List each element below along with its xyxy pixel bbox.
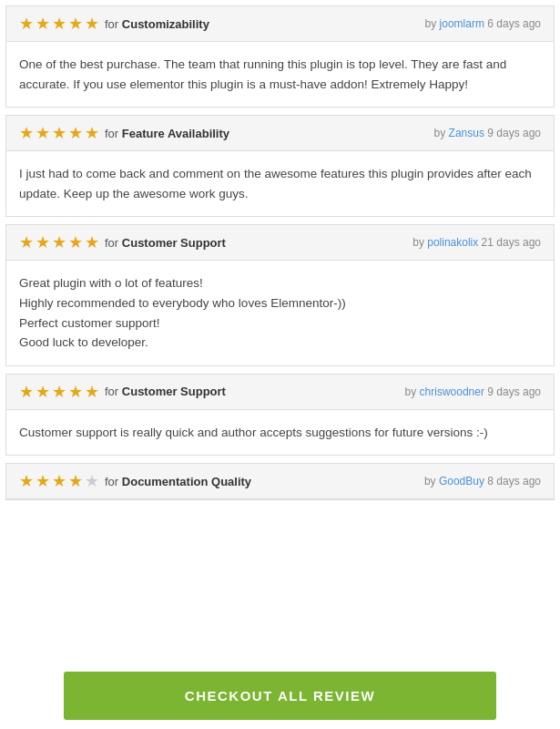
star-icon-5-1: ★: [19, 473, 34, 489]
review-header-5: ★★★★★for Documentation Qualityby GoodBuy…: [6, 464, 554, 499]
review-author-link-2[interactable]: Zansus: [449, 127, 484, 139]
review-author-link-1[interactable]: joomlarm: [440, 17, 484, 30]
review-header-1: ★★★★★for Customizabilityby joomlarm 6 da…: [6, 6, 554, 42]
review-card-2: ★★★★★for Feature Availabilityby Zansus 9…: [5, 115, 555, 217]
star-icon-1-5: ★: [85, 15, 99, 32]
star-icon-3-4: ★: [68, 234, 83, 251]
review-meta-5: by GoodBuy 8 days ago: [424, 475, 541, 488]
star-icon-2-4: ★: [68, 125, 83, 141]
review-body-1: One of the best purchase. The team that …: [6, 42, 554, 107]
star-icon-5-4: ★: [68, 473, 83, 489]
checkout-btn-wrapper: CHECKOUT ALL REVIEW: [0, 662, 560, 729]
review-body-3: Great plugin with o lot of features!High…: [6, 261, 554, 364]
review-for-label-5: for Documentation Quality: [105, 475, 251, 488]
review-meta-1: by joomlarm 6 days ago: [425, 17, 541, 30]
review-card-5: ★★★★★for Documentation Qualityby GoodBuy…: [5, 463, 555, 500]
star-icon-1-1: ★: [19, 15, 34, 32]
star-icon-4-5: ★: [85, 384, 99, 400]
star-icon-3-5: ★: [85, 234, 99, 251]
review-header-left-5: ★★★★★for Documentation Quality: [19, 473, 251, 489]
star-icon-5-5: ★: [85, 473, 99, 489]
review-for-label-2: for Feature Availability: [105, 127, 229, 140]
star-icon-2-2: ★: [36, 125, 50, 141]
star-icon-4-3: ★: [52, 384, 66, 400]
star-icon-2-1: ★: [19, 125, 34, 141]
star-icon-3-1: ★: [19, 234, 34, 251]
star-icon-2-5: ★: [85, 125, 99, 141]
review-card-3: ★★★★★for Customer Supportby polinakolix …: [5, 224, 555, 365]
review-card-1: ★★★★★for Customizabilityby joomlarm 6 da…: [5, 5, 555, 108]
review-header-left-4: ★★★★★for Customer Support: [19, 384, 226, 400]
review-header-3: ★★★★★for Customer Supportby polinakolix …: [6, 225, 554, 261]
stars-2: ★★★★★: [19, 125, 99, 141]
stars-1: ★★★★★: [19, 15, 99, 32]
review-author-link-3[interactable]: polinakolix: [427, 236, 478, 249]
review-header-left-2: ★★★★★for Feature Availability: [19, 125, 229, 141]
star-icon-4-1: ★: [19, 384, 34, 400]
star-icon-1-2: ★: [36, 15, 50, 32]
review-header-2: ★★★★★for Feature Availabilityby Zansus 9…: [6, 116, 554, 151]
star-icon-3-2: ★: [36, 234, 50, 251]
star-icon-1-4: ★: [68, 15, 83, 32]
star-icon-2-3: ★: [52, 125, 66, 141]
star-icon-4-4: ★: [68, 384, 83, 400]
review-header-left-3: ★★★★★for Customer Support: [19, 234, 226, 251]
review-meta-2: by Zansus 9 days ago: [434, 127, 541, 139]
star-icon-5-2: ★: [36, 473, 50, 489]
star-icon-5-3: ★: [52, 473, 66, 489]
review-author-link-4[interactable]: chriswoodner: [420, 385, 484, 398]
stars-4: ★★★★★: [19, 384, 99, 400]
review-body-4: Customer support is really quick and aut…: [6, 410, 554, 456]
review-header-left-1: ★★★★★for Customizability: [19, 15, 209, 32]
review-header-4: ★★★★★for Customer Supportby chriswoodner…: [6, 375, 554, 410]
checkout-all-review-button[interactable]: CHECKOUT ALL REVIEW: [64, 672, 496, 720]
review-for-label-4: for Customer Support: [105, 385, 226, 398]
star-icon-3-3: ★: [52, 234, 66, 251]
review-card-4: ★★★★★for Customer Supportby chriswoodner…: [5, 374, 555, 457]
star-icon-1-3: ★: [52, 15, 66, 32]
review-for-label-3: for Customer Support: [105, 236, 226, 250]
review-meta-3: by polinakolix 21 days ago: [412, 236, 541, 249]
review-meta-4: by chriswoodner 9 days ago: [405, 385, 541, 398]
star-icon-4-2: ★: [36, 384, 50, 400]
review-body-2: I just had to come back and comment on t…: [6, 151, 554, 216]
stars-3: ★★★★★: [19, 234, 99, 251]
review-author-link-5[interactable]: GoodBuy: [439, 475, 484, 488]
review-for-label-1: for Customizability: [105, 17, 209, 31]
reviews-container: ★★★★★for Customizabilityby joomlarm 6 da…: [0, 0, 560, 580]
stars-5: ★★★★★: [19, 473, 99, 489]
